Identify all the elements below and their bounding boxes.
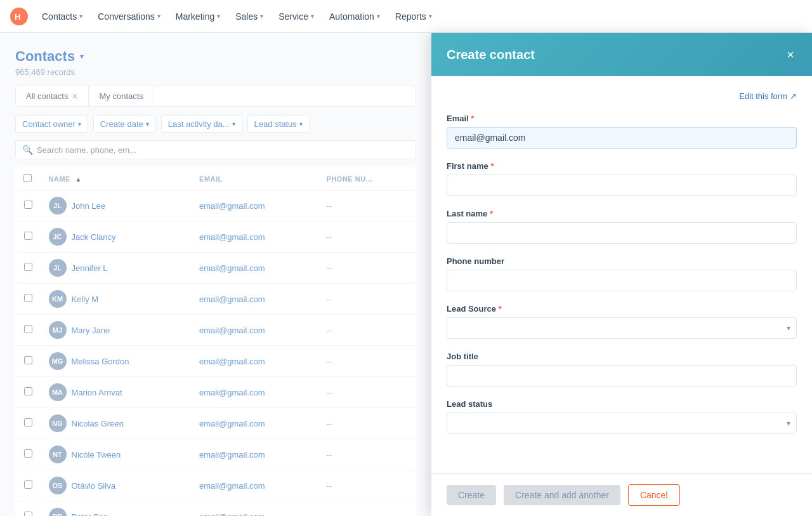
job-title-field-group: Job title — [447, 352, 797, 387]
first-name-label: First name * — [447, 161, 797, 171]
nav-reports[interactable]: Reports ▾ — [389, 8, 438, 25]
first-name-required-indicator: * — [490, 161, 494, 171]
edit-form-link[interactable]: Edit this form ↗ — [447, 91, 797, 101]
email-label: Email * — [447, 114, 797, 123]
automation-chevron-icon: ▾ — [377, 13, 380, 20]
last-name-input[interactable] — [447, 222, 797, 244]
hubspot-logo[interactable]: H — [10, 8, 28, 25]
email-field-group: Email * — [447, 114, 797, 149]
nav-marketing[interactable]: Marketing ▾ — [169, 8, 226, 25]
sales-chevron-icon: ▾ — [260, 13, 263, 20]
job-title-label: Job title — [447, 352, 797, 361]
lead-status-label: Lead status — [447, 399, 797, 409]
first-name-field-group: First name * — [447, 161, 797, 196]
nav-service[interactable]: Service ▾ — [272, 8, 320, 25]
first-name-input[interactable] — [447, 175, 797, 196]
phone-input[interactable] — [447, 270, 797, 291]
nav-conversations[interactable]: Conversations ▾ — [91, 8, 167, 25]
create-and-add-another-button[interactable]: Create and add another — [504, 485, 620, 505]
phone-field-group: Phone number — [447, 256, 797, 291]
email-input[interactable] — [447, 127, 797, 149]
last-name-label: Last name * — [447, 209, 797, 218]
job-title-input[interactable] — [447, 365, 797, 387]
lead-status-field-group: Lead status New Open In Progress Open De… — [447, 399, 797, 434]
create-contact-modal: Create contact × Edit this form ↗ Email … — [431, 33, 812, 516]
modal-title: Create contact — [447, 48, 535, 62]
phone-label: Phone number — [447, 256, 797, 266]
modal-header: Create contact × — [431, 33, 812, 76]
email-required-indicator: * — [471, 114, 474, 123]
contacts-chevron-icon: ▾ — [79, 13, 82, 20]
lead-status-select-wrapper: New Open In Progress Open Deal Unqualifi… — [447, 413, 797, 434]
create-button[interactable]: Create — [447, 485, 496, 505]
lead-source-required-indicator: * — [499, 304, 502, 314]
lead-source-field-group: Lead Source * Organic Search Paid Search… — [447, 304, 797, 339]
modal-overlay — [0, 33, 431, 516]
last-name-required-indicator: * — [490, 209, 493, 218]
modal-body: Edit this form ↗ Email * First name * — [431, 76, 812, 473]
external-link-icon: ↗ — [790, 91, 797, 101]
top-navigation: H Contacts ▾ Conversations ▾ Marketing ▾… — [0, 0, 812, 33]
reports-chevron-icon: ▾ — [429, 13, 432, 20]
marketing-chevron-icon: ▾ — [217, 13, 220, 20]
last-name-field-group: Last name * — [447, 209, 797, 244]
lead-source-select[interactable]: Organic Search Paid Search Email Marketi… — [447, 317, 797, 339]
nav-sales[interactable]: Sales ▾ — [229, 8, 270, 25]
nav-automation[interactable]: Automation ▾ — [323, 8, 386, 25]
cancel-button[interactable]: Cancel — [628, 484, 680, 506]
lead-source-label: Lead Source * — [447, 304, 797, 314]
lead-status-select[interactable]: New Open In Progress Open Deal Unqualifi… — [447, 413, 797, 434]
svg-text:H: H — [15, 12, 20, 22]
modal-close-button[interactable]: × — [784, 46, 797, 63]
nav-contacts[interactable]: Contacts ▾ — [36, 8, 89, 25]
lead-source-select-wrapper: Organic Search Paid Search Email Marketi… — [447, 317, 797, 339]
modal-footer: Create Create and add another Cancel — [431, 473, 812, 516]
conversations-chevron-icon: ▾ — [157, 13, 160, 20]
service-chevron-icon: ▾ — [311, 13, 314, 20]
